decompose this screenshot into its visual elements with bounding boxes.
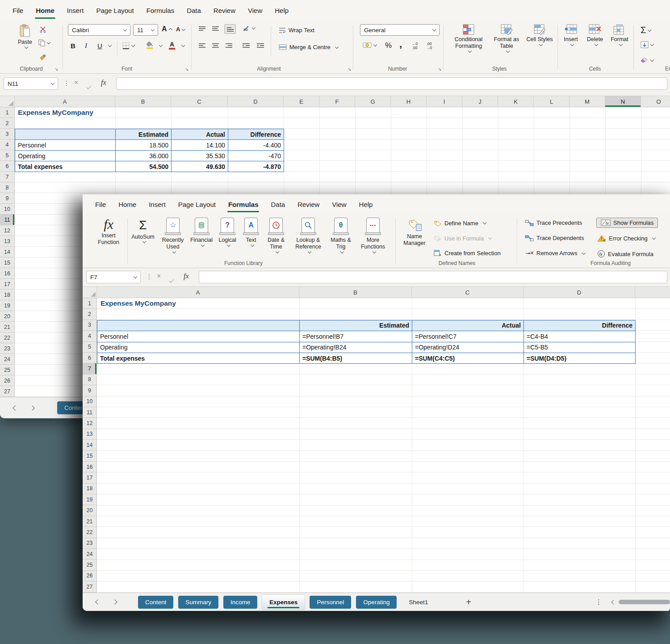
table-cell-total[interactable]: -4.870: [228, 161, 284, 172]
bg-menu-home[interactable]: Home: [29, 0, 61, 21]
comma-style-button[interactable]: ,: [399, 38, 402, 50]
italic-button[interactable]: I: [85, 42, 87, 50]
fg-menu-view[interactable]: View: [326, 194, 352, 214]
fg-grid[interactable]: 1234567891011121314151617181920212223242…: [83, 298, 670, 593]
insert-cells-button[interactable]: Insert: [559, 24, 582, 46]
bg-menu-file[interactable]: File: [6, 0, 29, 21]
row-header-8[interactable]: 8: [83, 375, 97, 385]
fg-menu-insert[interactable]: Insert: [142, 194, 172, 214]
number-format-combo[interactable]: General: [360, 24, 440, 36]
orientation-button[interactable]: ab: [243, 25, 255, 31]
font-size-combo[interactable]: 11: [133, 24, 158, 36]
autosum-button[interactable]: Σ AutoSum: [129, 218, 157, 244]
remove-arrows-button[interactable]: Remove Arrows: [525, 250, 585, 257]
font-dialog-launcher[interactable]: ↘: [185, 67, 188, 72]
column-header-L[interactable]: L: [534, 96, 570, 107]
scrollbar-thumb[interactable]: [619, 600, 670, 604]
alignment-dialog-launcher[interactable]: ↘: [348, 67, 351, 72]
insert-function-icon[interactable]: fx: [101, 79, 106, 87]
cell-styles-button[interactable]: Cell Styles: [525, 24, 554, 46]
row-header-22[interactable]: 22: [83, 527, 97, 538]
row-header-6[interactable]: 6: [0, 161, 15, 172]
bg-menu-help[interactable]: Help: [268, 0, 295, 21]
scroll-left-arrow[interactable]: [611, 600, 616, 604]
row-header-1[interactable]: 1: [83, 298, 97, 309]
more-functions-button[interactable]: ••• More Functions: [356, 218, 390, 254]
row-header-9[interactable]: 9: [0, 193, 15, 204]
row-header-2[interactable]: 2: [0, 118, 15, 129]
table-cell[interactable]: -4.400: [228, 140, 284, 151]
cancel-icon[interactable]: ×: [74, 79, 78, 87]
define-name-button[interactable]: Define Name: [434, 219, 486, 227]
decrease-font-size-button[interactable]: A: [176, 26, 185, 33]
clear-button[interactable]: [641, 57, 653, 63]
sheet-tab-expenses-active[interactable]: Expenses: [262, 595, 305, 610]
row-header-4[interactable]: 4: [0, 139, 15, 150]
error-checking-button[interactable]: ! Error Checking: [597, 235, 655, 242]
table-cell[interactable]: Operating: [15, 151, 116, 161]
font-color-chevron[interactable]: [180, 44, 184, 47]
bg-formula-input[interactable]: [116, 77, 667, 90]
table-cell[interactable]: 36.000: [116, 151, 172, 161]
row-header-18[interactable]: 18: [0, 290, 15, 300]
row-header-14[interactable]: 14: [83, 440, 97, 450]
column-header-D[interactable]: D: [523, 287, 635, 298]
previous-sheet-arrow[interactable]: [95, 599, 100, 604]
copy-button[interactable]: [38, 39, 50, 46]
sort-and-filter-button[interactable]: AZ So Filt: [660, 24, 670, 51]
row-header-10[interactable]: 10: [83, 396, 97, 407]
formula-cell[interactable]: =C4-B4: [524, 331, 636, 342]
select-all-corner[interactable]: [83, 287, 97, 298]
table-cell[interactable]: 35.530: [172, 151, 228, 161]
bg-menu-page-layout[interactable]: Page Layout: [90, 0, 140, 21]
align-bottom-button[interactable]: [224, 24, 236, 34]
column-header-N-selected[interactable]: N: [605, 96, 641, 107]
bg-menu-data[interactable]: Data: [180, 0, 207, 21]
select-all-corner[interactable]: [0, 96, 15, 107]
row-header-22[interactable]: 22: [0, 333, 15, 343]
enter-icon[interactable]: [87, 82, 91, 90]
column-header-C[interactable]: C: [171, 96, 228, 107]
row-header-24[interactable]: 24: [83, 549, 97, 560]
row-header-25[interactable]: 25: [83, 560, 97, 570]
sheet-bar-more-dots[interactable]: ⋮: [595, 598, 602, 606]
name-manager-button[interactable]: Name Manager: [401, 218, 428, 247]
table-header-blank[interactable]: [15, 129, 116, 140]
formula-bar-dots[interactable]: ⋮: [146, 273, 152, 280]
table-cell-total[interactable]: 54.500: [116, 161, 172, 172]
table-header-estimated[interactable]: Estimated: [116, 129, 172, 140]
formula-cell-total[interactable]: =SUM(C4:C5): [412, 353, 524, 364]
row-header-21[interactable]: 21: [83, 516, 97, 527]
table-header-actual[interactable]: Actual: [412, 320, 524, 331]
align-left-button[interactable]: [198, 43, 206, 48]
insert-function-button[interactable]: fx Insert Function: [95, 218, 122, 246]
row-header-6[interactable]: 6: [83, 353, 97, 363]
column-header-B[interactable]: B: [115, 96, 171, 107]
column-header-A[interactable]: A: [15, 96, 115, 107]
column-header-B[interactable]: B: [299, 287, 412, 298]
decrease-decimal-button[interactable]: .00→0: [426, 42, 432, 51]
row-header-15[interactable]: 15: [0, 257, 15, 268]
paste-button[interactable]: Paste: [13, 24, 38, 49]
date-time-button[interactable]: Date & Time: [263, 218, 289, 254]
bold-button[interactable]: B: [71, 42, 75, 50]
row-header-21[interactable]: 21: [0, 322, 15, 333]
row-header-7[interactable]: 7: [83, 363, 97, 374]
table-cell-total[interactable]: Total expenses: [97, 353, 300, 364]
table-header-difference[interactable]: Difference: [524, 320, 636, 331]
underline-options-chevron[interactable]: [106, 44, 111, 47]
enter-icon[interactable]: [169, 275, 174, 283]
trace-precedents-button[interactable]: Trace Precedents: [525, 219, 582, 226]
delete-cells-button[interactable]: Delete: [583, 24, 607, 46]
trace-dependents-button[interactable]: Trace Dependents: [525, 235, 584, 241]
row-header-1[interactable]: 1: [0, 107, 15, 118]
column-header-D[interactable]: D: [228, 96, 284, 107]
maths-trig-button[interactable]: θ Maths & Trig: [327, 218, 354, 254]
table-header-difference[interactable]: Difference: [228, 129, 284, 140]
fg-menu-file[interactable]: File: [89, 194, 112, 214]
bg-menu-insert[interactable]: Insert: [61, 0, 90, 21]
column-header-C[interactable]: C: [412, 287, 523, 298]
logical-button[interactable]: ? Logical: [216, 218, 239, 247]
row-header-5[interactable]: 5: [0, 150, 15, 161]
row-header-15[interactable]: 15: [83, 450, 97, 461]
